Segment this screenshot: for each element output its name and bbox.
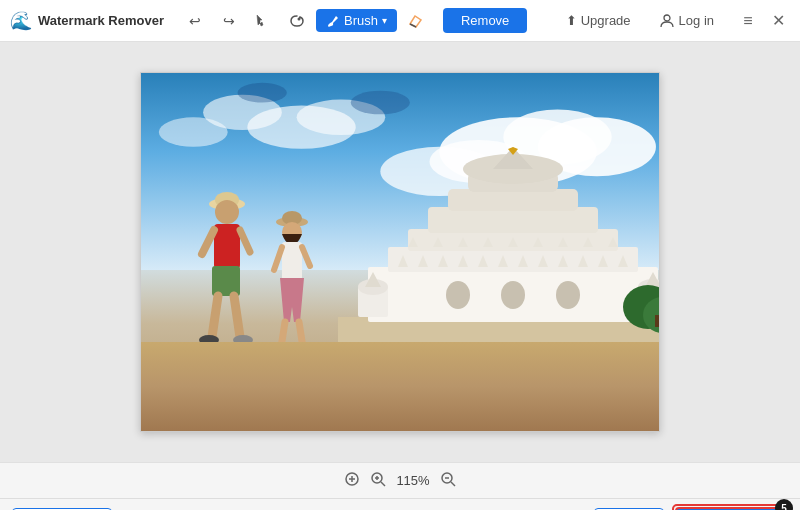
title-bar: 🌊 Watermark Remover ↩ ↪ Brush ▾ (0, 0, 800, 42)
upgrade-icon: ⬆ (566, 13, 577, 28)
menu-icon: ≡ (743, 12, 752, 30)
svg-line-61 (240, 230, 250, 252)
zoom-bar: 115% (0, 462, 800, 498)
login-button[interactable]: Log in (649, 9, 724, 33)
brush-label: Brush (344, 13, 378, 28)
svg-point-51 (501, 281, 525, 309)
svg-line-79 (381, 482, 385, 486)
ground-bg (141, 342, 659, 432)
svg-point-52 (556, 281, 580, 309)
svg-point-0 (297, 17, 300, 20)
brush-chevron: ▾ (382, 15, 387, 26)
footer: New Image Crop Download 5 (0, 498, 800, 510)
svg-line-64 (234, 296, 240, 337)
zoom-in-button[interactable] (370, 471, 386, 490)
remove-button[interactable]: Remove (443, 8, 527, 33)
upgrade-label: Upgrade (581, 13, 631, 28)
brush-icon (326, 14, 340, 28)
undo-icon: ↩ (189, 13, 201, 29)
photo-canvas[interactable] (141, 73, 659, 431)
svg-point-58 (215, 200, 239, 224)
lasso-tool-button[interactable] (282, 7, 312, 35)
lasso-icon (288, 12, 306, 30)
svg-point-11 (351, 91, 410, 115)
user-icon (659, 13, 675, 29)
main-canvas-area (0, 42, 800, 462)
svg-rect-62 (212, 266, 240, 296)
upgrade-button[interactable]: ⬆ Upgrade (556, 9, 641, 32)
undo-button[interactable]: ↩ (180, 7, 210, 35)
download-highlight: Download 5 (672, 504, 788, 510)
close-button[interactable]: ✕ (766, 9, 790, 33)
zoom-out-button[interactable] (440, 471, 456, 490)
download-notification-badge: 5 (775, 499, 793, 510)
header-right: ⬆ Upgrade Log in ≡ ✕ (556, 9, 790, 33)
zoom-reset-button[interactable] (344, 471, 360, 490)
svg-line-63 (212, 296, 218, 337)
selection-icon (254, 12, 272, 30)
close-icon: ✕ (772, 11, 785, 30)
redo-icon: ↪ (223, 13, 235, 29)
window-controls: ≡ ✕ (736, 9, 790, 33)
erase-icon (407, 12, 425, 30)
menu-button[interactable]: ≡ (736, 9, 760, 33)
people-svg (182, 182, 332, 367)
svg-rect-70 (282, 242, 302, 280)
toolbar-tools: ↩ ↪ Brush ▾ R (180, 7, 556, 35)
footer-right: Crop Download 5 (594, 504, 788, 510)
person1 (199, 192, 253, 345)
person2 (268, 211, 316, 361)
svg-point-12 (238, 83, 287, 103)
redo-button[interactable]: ↪ (214, 7, 244, 35)
svg-line-71 (274, 247, 282, 270)
svg-line-72 (302, 247, 310, 266)
erase-tool-button[interactable] (401, 7, 431, 35)
brush-tool-button[interactable]: Brush ▾ (316, 9, 397, 32)
app-logo: 🌊 Watermark Remover (10, 10, 164, 32)
zoom-level-display: 115% (396, 473, 429, 488)
svg-point-1 (664, 15, 670, 21)
svg-rect-55 (655, 315, 659, 327)
image-container[interactable] (140, 72, 660, 432)
temple-svg (338, 147, 659, 367)
svg-point-50 (446, 281, 470, 309)
svg-line-60 (202, 230, 214, 254)
app-title: Watermark Remover (38, 13, 164, 28)
svg-point-10 (159, 117, 228, 147)
app-logo-icon: 🌊 (10, 10, 32, 32)
selection-tool-button[interactable] (248, 7, 278, 35)
svg-line-83 (451, 482, 455, 486)
login-label: Log in (679, 13, 714, 28)
svg-rect-18 (448, 189, 578, 211)
